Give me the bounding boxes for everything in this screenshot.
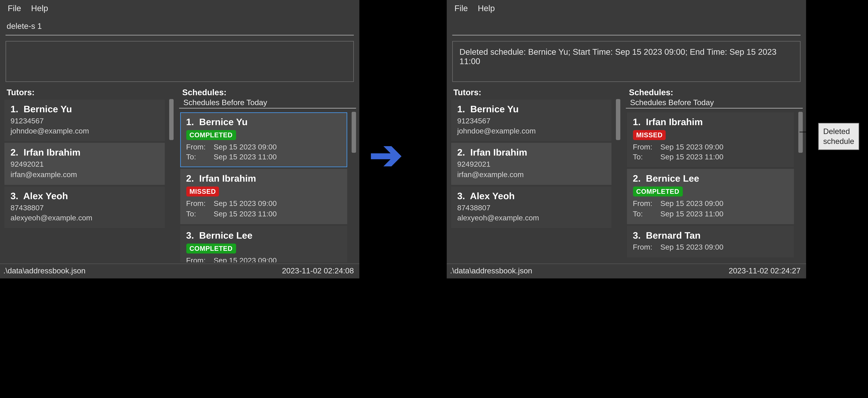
tutor-card[interactable]: 3. Alex Yeoh87438807alexyeoh@example.com — [4, 187, 164, 228]
schedule-from: From: Sep 15 2023 09:00 — [186, 142, 341, 152]
tutor-phone: 87438807 — [457, 203, 605, 213]
schedule-to: To: Sep 15 2023 11:00 — [186, 152, 341, 162]
tutor-card[interactable]: 2. Irfan Ibrahim92492021irfan@example.co… — [451, 143, 611, 185]
tutor-email: johndoe@example.com — [10, 126, 158, 136]
tutor-phone: 91234567 — [10, 116, 158, 126]
tutor-name: 3. Alex Yeoh — [10, 191, 158, 202]
menu-file[interactable]: File — [455, 3, 468, 13]
schedule-name: 2. Bernice Lee — [633, 173, 788, 184]
status-badge: MISSED — [633, 130, 666, 140]
schedule-to: To: Sep 15 2023 11:00 — [633, 209, 788, 219]
menu-bar: File Help — [447, 0, 806, 16]
command-input[interactable] — [5, 18, 354, 35]
status-bar: .\data\addressbook.json 2023-11-02 02:24… — [447, 263, 806, 278]
status-badge: COMPLETED — [633, 187, 683, 197]
schedule-to: To: Sep 15 2023 11:00 — [186, 209, 341, 219]
schedules-subheading: Schedules Before Today — [626, 98, 803, 109]
result-display — [5, 41, 354, 82]
tutor-name: 3. Alex Yeoh — [457, 191, 605, 202]
schedule-name: 3. Bernice Lee — [186, 230, 341, 241]
tutor-card[interactable]: 2. Irfan Ibrahim92492021irfan@example.co… — [4, 143, 164, 185]
tutor-name: 2. Irfan Ibrahim — [10, 147, 158, 159]
schedules-scrollbar[interactable] — [350, 111, 357, 262]
menu-file[interactable]: File — [8, 3, 21, 13]
tutor-card[interactable]: 1. Bernice Yu91234567johndoe@example.com — [4, 100, 164, 141]
tutor-card[interactable]: 1. Bernice Yu91234567johndoe@example.com — [451, 100, 611, 141]
schedule-card[interactable]: 1. Irfan IbrahimMISSEDFrom: Sep 15 2023 … — [627, 112, 794, 167]
tutor-name: 2. Irfan Ibrahim — [457, 147, 605, 159]
tutor-email: johndoe@example.com — [457, 126, 605, 136]
status-time: 2023-11-02 02:24:27 — [728, 266, 801, 275]
schedule-from: From: Sep 15 2023 09:00 — [633, 243, 788, 253]
menu-bar: File Help — [0, 0, 359, 16]
tutor-email: alexyeoh@example.com — [457, 213, 605, 223]
tutor-name: 1. Bernice Yu — [457, 104, 605, 115]
schedule-name: 1. Bernice Yu — [186, 117, 341, 128]
tutor-phone: 92492021 — [10, 160, 158, 170]
schedule-name: 1. Irfan Ibrahim — [633, 117, 788, 128]
tutor-email: irfan@example.com — [10, 170, 158, 180]
tutor-phone: 87438807 — [10, 203, 158, 213]
callout-connector — [799, 132, 818, 132]
schedule-card[interactable]: 3. Bernice LeeCOMPLETEDFrom: Sep 15 2023… — [180, 226, 347, 262]
tutor-card[interactable]: 3. Alex Yeoh87438807alexyeoh@example.com — [451, 187, 611, 228]
tutor-email: alexyeoh@example.com — [10, 213, 158, 223]
status-bar: .\data\addressbook.json 2023-11-02 02:24… — [0, 263, 359, 278]
status-badge: COMPLETED — [186, 244, 236, 253]
schedule-from: From: Sep 15 2023 09:00 — [633, 142, 788, 152]
tutors-scrollbar[interactable] — [615, 98, 621, 262]
schedule-name: 3. Bernard Tan — [633, 230, 788, 241]
status-path: .\data\addressbook.json — [450, 266, 532, 275]
tutor-phone: 91234567 — [457, 116, 605, 126]
schedule-name: 2. Irfan Ibrahim — [186, 173, 341, 184]
schedules-subheading: Schedules Before Today — [179, 98, 356, 109]
schedule-card[interactable]: 2. Irfan IbrahimMISSEDFrom: Sep 15 2023 … — [180, 169, 347, 224]
tutor-name: 1. Bernice Yu — [10, 104, 158, 115]
schedule-to: To: Sep 15 2023 11:00 — [633, 152, 788, 162]
status-time: 2023-11-02 02:24:08 — [282, 266, 354, 275]
tutor-email: irfan@example.com — [457, 170, 605, 180]
arrow-icon: ➔ — [369, 132, 402, 178]
tutors-heading: Tutors: — [449, 85, 621, 98]
menu-help[interactable]: Help — [478, 3, 495, 13]
schedule-from: From: Sep 15 2023 09:00 — [633, 199, 788, 209]
schedule-card[interactable]: 2. Bernice LeeCOMPLETEDFrom: Sep 15 2023… — [627, 169, 794, 224]
tutor-phone: 92492021 — [457, 160, 605, 170]
schedule-from: From: Sep 15 2023 09:00 — [186, 256, 341, 262]
schedules-scrollbar[interactable] — [797, 111, 804, 262]
status-badge: MISSED — [186, 187, 219, 197]
result-display: Deleted schedule: Bernice Yu; Start Time… — [452, 41, 801, 82]
schedules-heading: Schedules: — [178, 85, 357, 98]
status-badge: COMPLETED — [186, 130, 236, 140]
schedule-card[interactable]: 3. Bernard TanFrom: Sep 15 2023 09:00 — [627, 226, 794, 257]
schedules-heading: Schedules: — [625, 85, 804, 98]
tutors-heading: Tutors: — [2, 85, 175, 98]
menu-help[interactable]: Help — [31, 3, 48, 13]
schedule-card[interactable]: 1. Bernice YuCOMPLETEDFrom: Sep 15 2023 … — [180, 112, 347, 167]
status-path: .\data\addressbook.json — [3, 266, 85, 275]
command-input[interactable] — [452, 18, 801, 35]
schedule-from: From: Sep 15 2023 09:00 — [186, 199, 341, 209]
callout-label: Deleted schedule — [818, 123, 859, 150]
tutors-scrollbar[interactable] — [168, 98, 175, 262]
